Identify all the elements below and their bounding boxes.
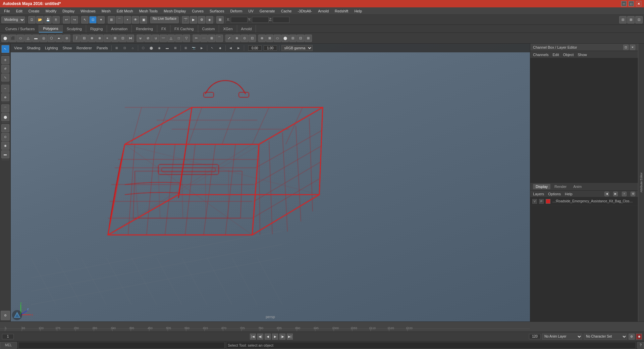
tab-animation[interactable]: Animation — [107, 25, 132, 33]
menu-mesh[interactable]: Mesh — [99, 8, 113, 14]
save-scene-button[interactable]: 💾 — [44, 16, 52, 23]
layout-uvs-button[interactable]: ⊞ — [305, 35, 312, 42]
menu-edit-mesh[interactable]: Edit Mesh — [114, 8, 136, 14]
snap-point-button[interactable]: • — [124, 16, 131, 23]
torus-icon[interactable]: ◎ — [40, 35, 47, 42]
pipe-icon[interactable]: ⊝ — [63, 35, 70, 42]
vp-view-menu[interactable]: View — [13, 45, 23, 51]
scale-tool-button[interactable]: ⤡ — [1, 73, 9, 82]
vp-show-menu[interactable]: Show — [61, 45, 73, 51]
layer-visibility-toggle[interactable]: V — [532, 199, 537, 204]
edit-nav[interactable]: Edit — [552, 53, 559, 57]
vp-field2-input[interactable] — [264, 45, 277, 51]
layer-settings-button[interactable]: ⚙ — [631, 192, 635, 196]
tab-custom[interactable]: Custom — [198, 25, 219, 33]
x-input[interactable] — [231, 17, 248, 23]
tab-curves-surfaces[interactable]: Curves / Surfaces — [1, 25, 39, 33]
tab-fx-caching[interactable]: FX Caching — [170, 25, 198, 33]
tab-arnold[interactable]: Arnold — [237, 25, 256, 33]
menu-modify[interactable]: Modify — [43, 8, 59, 14]
workspace-dropdown[interactable]: Modeling — [1, 16, 25, 23]
tab-rendering[interactable]: Rendering — [132, 25, 157, 33]
quadrangulate-button[interactable]: □ — [175, 35, 182, 42]
insert-edge-loop-button[interactable]: ⋯ — [200, 35, 208, 42]
vp-step-fwd[interactable]: ▶ — [236, 45, 242, 51]
anim-settings-button[interactable]: ⚙ — [629, 334, 635, 340]
vp-obj-mask-button[interactable]: ◆ — [217, 45, 223, 51]
command-input[interactable] — [18, 342, 225, 349]
target-weld-button[interactable]: ⊙ — [241, 35, 248, 42]
vp-panels-menu[interactable]: Panels — [95, 45, 109, 51]
select-mode-button[interactable]: ↖ — [81, 16, 89, 23]
timeline-ruler[interactable]: 1 65 120 175 230 285 340 395 450 505 — [0, 322, 530, 332]
menu-mesh-display[interactable]: Mesh Display — [161, 8, 189, 14]
redo-button[interactable]: ↪ — [71, 16, 78, 23]
layer-color-swatch[interactable] — [546, 199, 550, 204]
options-nav[interactable]: Options — [548, 192, 561, 196]
open-scene-button[interactable]: 📂 — [36, 16, 44, 23]
channel-box-toggle[interactable]: ⊡ — [635, 16, 643, 23]
minimize-button[interactable]: ─ — [621, 1, 627, 6]
attribute-editor-tab[interactable]: Attribute Editor — [638, 44, 644, 321]
help-line-button[interactable]: ? — [637, 342, 644, 349]
relax-button[interactable]: ⊙ — [1, 133, 9, 141]
menu-redshift[interactable]: Redshift — [332, 8, 351, 14]
hypershade-button[interactable]: ◈ — [206, 16, 213, 23]
channels-nav[interactable]: Channels — [533, 53, 548, 57]
render-tab[interactable]: Render — [552, 184, 569, 189]
auto-key-button[interactable]: ⏺ — [636, 334, 642, 340]
anim-tab[interactable]: Anim — [571, 184, 584, 189]
script-lang-toggle[interactable]: MEL — [0, 342, 17, 349]
viewport2-button[interactable]: ⊠ — [216, 16, 224, 23]
layers-nav[interactable]: Layers — [533, 192, 544, 196]
paint-sel-button[interactable]: ⬤ — [1, 113, 9, 121]
vp-frame-sel-button[interactable]: ⊡ — [122, 45, 128, 51]
fill-hole-button[interactable]: ⊗ — [96, 35, 103, 42]
layer-pickable-toggle[interactable]: P — [539, 199, 544, 204]
maximize-button[interactable]: □ — [629, 1, 634, 6]
vp-home-button[interactable]: ⌂ — [130, 45, 136, 51]
menu-file[interactable]: File — [1, 8, 13, 14]
render-seq-button[interactable]: ▶ — [190, 16, 197, 23]
layer-prev-button[interactable]: ◀ — [604, 192, 609, 196]
go-to-start-button[interactable]: |◀ — [250, 334, 256, 340]
menu-windows[interactable]: Windows — [78, 8, 98, 14]
rotate-tool-button[interactable]: ↺ — [1, 65, 9, 73]
rp-float-button[interactable]: ⊡ — [623, 45, 629, 50]
plane-icon[interactable]: ▬ — [32, 35, 40, 42]
menu-generate[interactable]: Generate — [257, 8, 278, 14]
tab-xgen[interactable]: XGen — [219, 25, 237, 33]
layer-help-nav[interactable]: Help — [565, 192, 573, 196]
no-live-surface-button[interactable]: No Live Surface — [150, 16, 179, 23]
planar-map-button[interactable]: ⊠ — [266, 35, 273, 42]
vp-sel-mask-button[interactable]: ↖ — [209, 45, 215, 51]
separate-button[interactable]: ⊘ — [144, 35, 152, 42]
vp-shading-menu[interactable]: Shading — [25, 45, 42, 51]
vp-renderer-menu[interactable]: Renderer — [75, 45, 93, 51]
collapse-button[interactable]: ⊡ — [249, 35, 256, 42]
color-space-dropdown[interactable]: sRGB gamma — [281, 45, 313, 51]
snap-grid-button[interactable]: ⊞ — [108, 16, 115, 23]
offset-edge-button[interactable]: ⊞ — [208, 35, 215, 42]
end-frame-input[interactable] — [529, 334, 541, 339]
save-as-button[interactable]: ⎘ — [52, 16, 60, 23]
uv-select-button[interactable]: ⊛ — [258, 35, 266, 42]
menu-edit[interactable]: Edit — [13, 8, 25, 14]
step-back-button[interactable]: ◀| — [257, 334, 263, 340]
merge-button[interactable]: ⤢ — [225, 35, 233, 42]
step-fwd-button[interactable]: |▶ — [279, 334, 285, 340]
vp-bounding-box-button[interactable]: ⊠ — [172, 45, 178, 51]
boolean-union-button[interactable]: ∪ — [152, 35, 159, 42]
vp-wireframe-button[interactable]: ⬡ — [140, 45, 146, 51]
show-manip-button[interactable]: ⊕ — [1, 93, 9, 101]
undo-button[interactable]: ↩ — [63, 16, 70, 23]
vp-lighting-menu[interactable]: Lighting — [44, 45, 59, 51]
character-set-dropdown[interactable]: No Character Set — [584, 334, 627, 340]
menu-uv[interactable]: UV — [246, 8, 256, 14]
tab-rigging[interactable]: Rigging — [86, 25, 107, 33]
render-settings-button[interactable]: ⚙ — [198, 16, 205, 23]
weld-button[interactable]: ⊕ — [233, 35, 240, 42]
wedge-button[interactable]: ⌖ — [104, 35, 111, 42]
menu-display[interactable]: Display — [60, 8, 77, 14]
pinch-button[interactable]: ◉ — [1, 142, 9, 150]
